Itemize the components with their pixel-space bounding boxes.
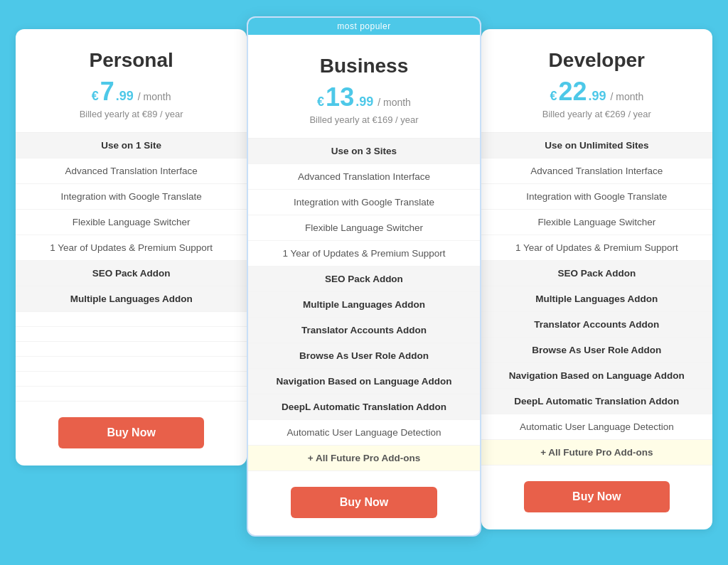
feature-item: Multiple Languages Addon xyxy=(481,286,712,312)
card-header-developer: Developer € 22 .99 / month Billed yearly… xyxy=(481,29,712,133)
buy-button-personal[interactable]: Buy Now xyxy=(58,417,204,448)
feature-item: Integration with Google Translate xyxy=(481,184,712,210)
price-decimal-business: .99 xyxy=(355,95,373,109)
feature-item: Translator Accounts Addon xyxy=(481,312,712,338)
feature-item: Integration with Google Translate xyxy=(248,190,479,215)
pricing-card-developer: Developer € 22 .99 / month Billed yearly… xyxy=(481,29,712,529)
feature-item: 1 Year of Updates & Premium Support xyxy=(16,235,247,261)
spacer-row xyxy=(16,312,247,327)
card-footer-business: Buy Now xyxy=(248,471,479,535)
currency-personal: € xyxy=(92,89,99,104)
feature-item: Automatic User Language Detection xyxy=(248,420,479,446)
billed-yearly-personal: Billed yearly at €89 / year xyxy=(30,109,232,119)
feature-item: DeepL Automatic Translation Addon xyxy=(481,389,712,414)
feature-item: SEO Pack Addon xyxy=(16,261,247,286)
card-header-business: Business € 13 .99 / month Billed yearly … xyxy=(248,35,479,139)
currency-business: € xyxy=(317,95,324,109)
card-footer-personal: Buy Now xyxy=(16,402,247,466)
feature-item: Navigation Based on Language Addon xyxy=(248,369,479,394)
feature-item: Multiple Languages Addon xyxy=(16,286,247,312)
buy-button-developer[interactable]: Buy Now xyxy=(524,481,670,512)
billed-yearly-business: Billed yearly at €169 / year xyxy=(262,114,465,125)
price-main-personal: 7 xyxy=(100,79,114,104)
card-header-personal: Personal € 7 .99 / month Billed yearly a… xyxy=(16,29,247,133)
feature-item: SEO Pack Addon xyxy=(248,267,479,292)
feature-item: Navigation Based on Language Addon xyxy=(481,363,712,389)
feature-item: Use on 3 Sites xyxy=(248,139,479,164)
plan-name-personal: Personal xyxy=(30,49,232,72)
feature-item: Use on Unlimited Sites xyxy=(481,133,712,158)
feature-item: 1 Year of Updates & Premium Support xyxy=(248,241,479,267)
pricing-card-business: most populer Business € 13 .99 / month B… xyxy=(247,16,481,537)
plan-name-business: Business xyxy=(262,55,465,77)
features-list-personal: Use on 1 SiteAdvanced Translation Interf… xyxy=(16,133,247,402)
feature-item: Advanced Translation Interface xyxy=(248,164,479,190)
feature-item: Flexible Language Switcher xyxy=(16,210,247,235)
price-main-business: 13 xyxy=(326,85,354,110)
feature-item: + All Future Pro Add-ons xyxy=(481,440,712,466)
feature-item: Use on 1 Site xyxy=(16,133,247,158)
card-footer-developer: Buy Now xyxy=(481,466,712,529)
price-period-personal: / month xyxy=(138,91,171,102)
price-decimal-developer: .99 xyxy=(588,89,606,104)
billed-yearly-developer: Billed yearly at €269 / year xyxy=(496,109,698,119)
plan-name-developer: Developer xyxy=(496,49,698,72)
feature-item: Flexible Language Switcher xyxy=(481,210,712,235)
price-row-developer: € 22 .99 / month xyxy=(496,79,698,104)
feature-item: Multiple Languages Addon xyxy=(248,292,479,318)
feature-item: Integration with Google Translate xyxy=(16,184,247,210)
feature-item: Browse As User Role Addon xyxy=(481,338,712,363)
feature-item: DeepL Automatic Translation Addon xyxy=(248,394,479,420)
features-list-business: Use on 3 SitesAdvanced Translation Inter… xyxy=(248,139,479,471)
feature-item: 1 Year of Updates & Premium Support xyxy=(481,235,712,261)
feature-item: Flexible Language Switcher xyxy=(248,215,479,241)
price-row-business: € 13 .99 / month xyxy=(262,85,465,110)
feature-item: Browse As User Role Addon xyxy=(248,343,479,369)
feature-item: + All Future Pro Add-ons xyxy=(248,446,479,471)
feature-item: Advanced Translation Interface xyxy=(481,158,712,184)
price-period-developer: / month xyxy=(611,91,644,102)
price-main-developer: 22 xyxy=(558,79,587,104)
feature-item: Automatic User Language Detection xyxy=(481,414,712,440)
pricing-container: Personal € 7 .99 / month Billed yearly a… xyxy=(16,29,712,537)
pricing-card-personal: Personal € 7 .99 / month Billed yearly a… xyxy=(16,29,247,466)
price-decimal-personal: .99 xyxy=(116,89,134,104)
feature-item: Translator Accounts Addon xyxy=(248,318,479,343)
price-row-personal: € 7 .99 / month xyxy=(30,79,232,104)
buy-button-business[interactable]: Buy Now xyxy=(291,487,437,518)
feature-item: Advanced Translation Interface xyxy=(16,158,247,184)
price-period-business: / month xyxy=(378,97,411,108)
features-list-developer: Use on Unlimited SitesAdvanced Translati… xyxy=(481,133,712,466)
most-popular-badge: most populer xyxy=(248,18,479,35)
feature-item: SEO Pack Addon xyxy=(481,261,712,286)
currency-developer: € xyxy=(550,89,557,104)
